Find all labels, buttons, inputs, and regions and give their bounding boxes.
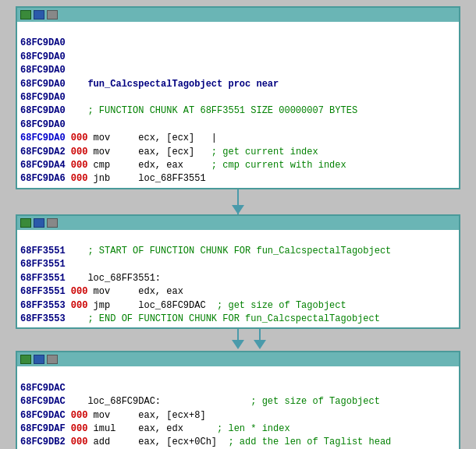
addr: 68FC9DA0	[20, 105, 66, 116]
addr: 68FC9DA0	[20, 119, 66, 130]
window-3: 68FC9DAC 68FC9DAC loc_68FC9DAC: ; get si…	[16, 351, 460, 449]
code-body-3: 68FC9DAC 68FC9DAC loc_68FC9DAC: ; get si…	[17, 366, 459, 449]
addr: 68FF3553	[20, 300, 66, 311]
addr: 68FF3551	[20, 259, 66, 270]
addr: 68FC9DA0	[20, 92, 66, 103]
monitor-icon-2	[20, 218, 31, 228]
settings-icon	[47, 10, 58, 19]
addr: 68FC9DAC	[20, 383, 66, 394]
arrow-line-3	[259, 329, 261, 340]
arrow-line-2	[237, 329, 239, 340]
addr: 68FC9DA0	[20, 37, 66, 48]
addr: 68FF3551	[20, 246, 66, 256]
func-decl: fun_CalcspectalTagobject proc near	[87, 79, 279, 90]
addr: 68FC9DAC	[20, 396, 66, 407]
addr: 68FC9DA0	[20, 79, 66, 90]
code-body-2: 68FF3551 ; START OF FUNCTION CHUNK FOR f…	[17, 230, 459, 328]
settings-icon-3	[47, 355, 58, 364]
addr: 68FC9DB2	[20, 437, 66, 447]
arrow-down-2	[232, 340, 244, 349]
addr: 68FF3553	[20, 313, 66, 324]
connector-2	[16, 329, 460, 351]
settings-icon-2	[47, 218, 58, 228]
floppy-icon-2	[34, 218, 44, 228]
floppy-icon	[34, 10, 44, 19]
window-2: 68FF3551 ; START OF FUNCTION CHUNK FOR f…	[16, 214, 460, 330]
addr: 68FC9DA6	[20, 173, 66, 184]
arrow-down-3	[254, 340, 266, 349]
title-bar-3	[17, 352, 459, 366]
chunk-comment: ; FUNCTION CHUNK AT 68FF3551 SIZE 000000…	[87, 105, 357, 116]
addr: 68FC9DAC	[20, 410, 66, 421]
arrow-down-1	[232, 205, 244, 214]
addr: 68FF3551	[20, 273, 66, 284]
window-1: 68FC9DA0 68FC9DA0 68FC9DA0 68FC9DA0 fun_…	[16, 6, 460, 189]
addr: 68FC9DAF	[20, 423, 66, 434]
title-bar-1	[17, 8, 459, 22]
addr: 68FC9DA0	[20, 65, 66, 76]
code-body-1: 68FC9DA0 68FC9DA0 68FC9DA0 68FC9DA0 fun_…	[17, 22, 459, 188]
addr: 68FC9DA4	[20, 160, 66, 171]
addr: 68FC9DA0	[20, 51, 66, 62]
addr-active: 68FC9DA0	[20, 133, 66, 143]
addr: 68FC9DA2	[20, 147, 66, 157]
monitor-icon-3	[20, 355, 31, 364]
addr: 68FF3551	[20, 286, 66, 297]
floppy-icon-3	[34, 355, 44, 364]
title-bar-2	[17, 216, 459, 230]
monitor-icon	[20, 10, 31, 19]
